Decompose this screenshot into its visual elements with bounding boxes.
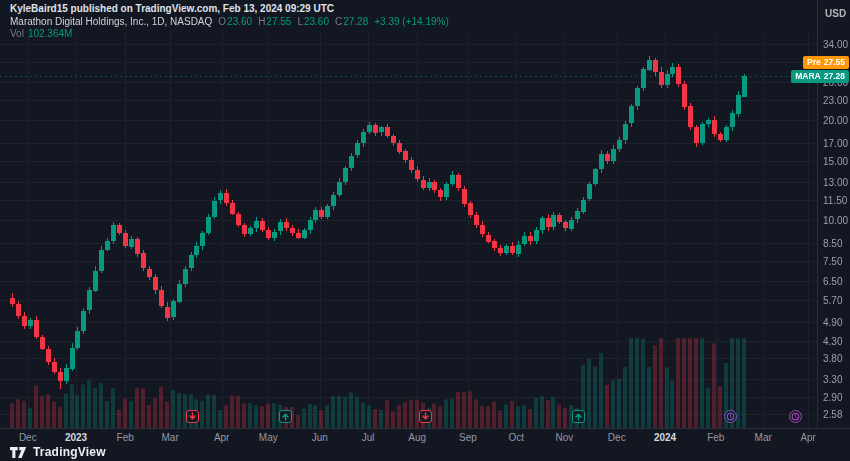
time-tick-month: May xyxy=(259,432,278,443)
time-tick-month: Feb xyxy=(117,432,134,443)
time-tick-month: Dec xyxy=(608,432,626,443)
premarket-price-badge: Pre27.55 xyxy=(803,56,849,69)
time-tick-year: 2023 xyxy=(65,432,87,443)
event-markers-row xyxy=(0,410,818,425)
arrow-up-icon xyxy=(574,412,583,421)
tradingview-logo[interactable]: TradingView xyxy=(10,445,106,459)
price-tick-label: 13.00 xyxy=(823,177,848,188)
price-tick-label: 3.80 xyxy=(823,353,842,364)
earnings-beat-marker[interactable] xyxy=(279,410,292,423)
price-tick-label: 3.30 xyxy=(823,374,842,385)
time-tick-month: Feb xyxy=(707,432,724,443)
volume-value: 102.364M xyxy=(28,28,72,39)
upcoming-earnings-marker[interactable] xyxy=(724,410,737,423)
time-tick-month: Dec xyxy=(19,432,37,443)
earnings-miss-marker[interactable] xyxy=(419,410,432,423)
time-tick-month: Apr xyxy=(800,432,816,443)
time-tick-month: Nov xyxy=(556,432,574,443)
currency-label: USD xyxy=(825,8,846,19)
attribution-text: KyleBaird15 published on TradingView.com… xyxy=(10,3,334,14)
price-tick-label: 4.30 xyxy=(823,336,842,347)
price-tick-label: 17.00 xyxy=(823,138,848,149)
volume-legend: Vol102.364M xyxy=(10,28,72,39)
arrow-down-icon xyxy=(188,412,197,421)
ohlc-close: C27.28 xyxy=(335,16,368,27)
upcoming-earnings-marker[interactable] xyxy=(789,410,802,423)
price-tick-label: 8.50 xyxy=(823,238,842,249)
price-tick-label: 10.00 xyxy=(823,215,848,226)
price-tick-label: 5.70 xyxy=(823,295,842,306)
price-tick-label: 6.50 xyxy=(823,276,842,287)
price-tick-label: 11.50 xyxy=(823,195,847,206)
symbol-title[interactable]: Marathon Digital Holdings, Inc., 1D, NAS… xyxy=(10,16,212,27)
time-tick-month: Sep xyxy=(459,432,477,443)
time-tick-month: Jul xyxy=(362,432,375,443)
time-tick-month: Mar xyxy=(755,432,772,443)
price-tick-label: 7.50 xyxy=(823,256,842,267)
volume-label: Vol xyxy=(10,28,24,39)
change-value: +3.39 (+14.19%) xyxy=(374,16,449,27)
price-tick-label: 34.00 xyxy=(823,39,848,50)
time-tick-month: Aug xyxy=(408,432,426,443)
time-tick-month: Apr xyxy=(214,432,230,443)
price-tick-label: 4.90 xyxy=(823,317,842,328)
price-tick-label: 15.00 xyxy=(823,156,848,167)
price-tick-label: 20.00 xyxy=(823,115,848,126)
last-price-badge: MARA27.28 xyxy=(791,70,849,83)
ohlc-open: O23.60 xyxy=(218,16,252,27)
ohlc-low: L23.60 xyxy=(297,16,329,27)
time-tick-month: Oct xyxy=(508,432,524,443)
earnings-beat-marker[interactable] xyxy=(572,410,585,423)
ohlc-high: H27.55 xyxy=(258,16,291,27)
tradingview-wordmark: TradingView xyxy=(33,445,106,459)
tradingview-published-chart: KyleBaird15 published on TradingView.com… xyxy=(0,0,850,461)
price-tick-label: 2.58 xyxy=(823,409,842,420)
time-tick-month: Jun xyxy=(312,432,328,443)
price-axis[interactable]: USD 34.0030.0026.0023.0020.0017.0015.001… xyxy=(817,0,850,428)
tradingview-mark-icon xyxy=(10,446,27,459)
candlestick-chart[interactable] xyxy=(0,32,818,428)
arrow-down-icon xyxy=(421,412,430,421)
time-tick-year: 2024 xyxy=(654,432,676,443)
time-tick-month: Mar xyxy=(162,432,179,443)
arrow-up-icon xyxy=(281,412,290,421)
clock-icon xyxy=(791,412,800,421)
price-tick-label: 23.00 xyxy=(823,95,848,106)
price-tick-label: 2.90 xyxy=(823,392,842,403)
time-axis[interactable]: Dec2023FebMarAprMayJunJulAugSepOctNovDec… xyxy=(0,428,850,446)
earnings-miss-marker[interactable] xyxy=(186,410,199,423)
clock-icon xyxy=(726,412,735,421)
chart-legend: Marathon Digital Holdings, Inc., 1D, NAS… xyxy=(10,16,449,27)
